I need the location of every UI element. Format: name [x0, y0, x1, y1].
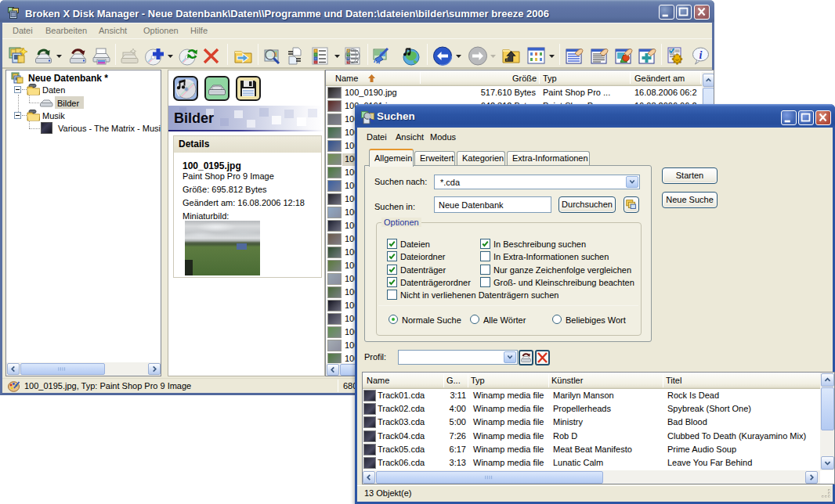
svg-text:i: i: [699, 49, 703, 61]
